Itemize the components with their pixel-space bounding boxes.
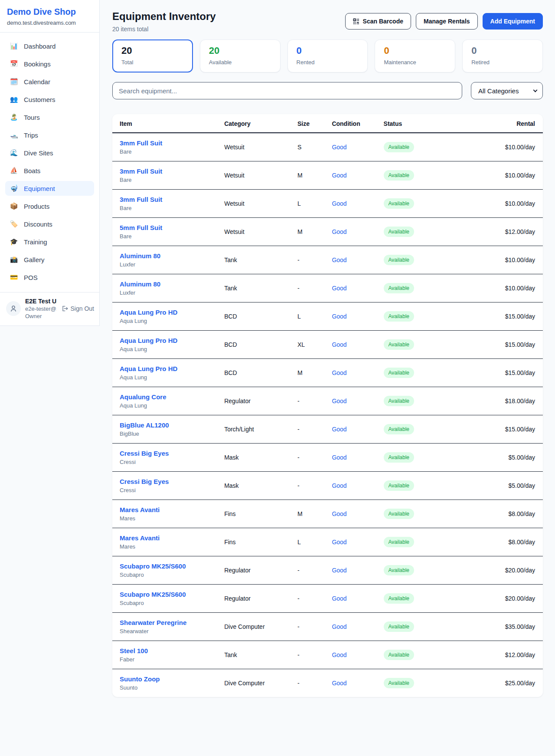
cell-category: Regulator bbox=[224, 387, 297, 415]
condition-link[interactable]: Good bbox=[332, 228, 346, 235]
condition-link[interactable]: Good bbox=[332, 595, 346, 602]
condition-link[interactable]: Good bbox=[332, 623, 346, 630]
item-name-link[interactable]: 5mm Full Suit bbox=[120, 224, 224, 231]
cell-status: Available bbox=[384, 302, 470, 331]
cell-item: Cressi Big EyesCressi bbox=[112, 444, 224, 472]
category-select-wrap: All Categories bbox=[471, 82, 543, 99]
condition-link[interactable]: Good bbox=[332, 285, 346, 292]
cell-rental: $10.00/day bbox=[470, 133, 543, 161]
sidebar-item-calendar[interactable]: 🗓️Calendar bbox=[5, 74, 94, 89]
sidebar-item-products[interactable]: 📦Products bbox=[5, 199, 94, 214]
stat-label-available: Available bbox=[209, 59, 271, 66]
condition-link[interactable]: Good bbox=[332, 341, 346, 348]
cell-status: Available bbox=[384, 218, 470, 246]
sidebar: Demo Dive Shop demo.test.divestreams.com… bbox=[0, 0, 100, 326]
manage-rentals-button[interactable]: Manage Rentals bbox=[416, 13, 478, 30]
cell-status: Available bbox=[384, 641, 470, 669]
condition-link[interactable]: Good bbox=[332, 567, 346, 574]
condition-link[interactable]: Good bbox=[332, 313, 346, 320]
item-name-link[interactable]: Cressi Big Eyes bbox=[120, 478, 224, 485]
stat-label-total: Total bbox=[121, 59, 184, 66]
item-name-link[interactable]: 3mm Full Suit bbox=[120, 139, 224, 147]
condition-link[interactable]: Good bbox=[332, 482, 346, 489]
item-name-link[interactable]: Steel 100 bbox=[120, 647, 224, 654]
item-name-link[interactable]: Scubapro MK25/S600 bbox=[120, 591, 224, 598]
filters-row: All Categories bbox=[112, 82, 543, 99]
add-equipment-button[interactable]: Add Equipment bbox=[483, 13, 543, 30]
sidebar-item-dashboard[interactable]: 📊Dashboard bbox=[5, 39, 94, 53]
item-name-link[interactable]: Aqualung Core bbox=[120, 393, 224, 401]
sidebar-item-label: POS bbox=[24, 274, 38, 281]
sidebar-item-dive-sites[interactable]: 🌊Dive Sites bbox=[5, 145, 94, 160]
sidebar-item-discounts[interactable]: 🏷️Discounts bbox=[5, 217, 94, 231]
cell-rental: $25.00/day bbox=[470, 669, 543, 697]
condition-link[interactable]: Good bbox=[332, 200, 346, 207]
item-brand: Aqua Lung bbox=[120, 374, 224, 381]
item-name-link[interactable]: Aluminum 80 bbox=[120, 252, 224, 260]
status-badge: Available bbox=[384, 565, 414, 575]
table-row: Aqua Lung Pro HDAqua LungBCDLGoodAvailab… bbox=[112, 302, 543, 331]
cell-item: Shearwater PeregrineShearwater bbox=[112, 613, 224, 641]
cell-item: Aluminum 80Luxfer bbox=[112, 274, 224, 302]
sidebar-item-gallery[interactable]: 📸Gallery bbox=[5, 252, 94, 267]
stat-card-available[interactable]: 20Available bbox=[200, 39, 281, 72]
sidebar-item-equipment[interactable]: 🤿Equipment bbox=[5, 181, 94, 196]
condition-link[interactable]: Good bbox=[332, 256, 346, 263]
condition-link[interactable]: Good bbox=[332, 680, 346, 687]
category-select[interactable]: All Categories bbox=[471, 82, 543, 99]
cell-item: Cressi Big EyesCressi bbox=[112, 472, 224, 500]
condition-link[interactable]: Good bbox=[332, 144, 346, 151]
item-name-link[interactable]: Suunto Zoop bbox=[120, 675, 224, 683]
stat-card-maintenance[interactable]: 0Maintenance bbox=[375, 39, 455, 72]
sidebar-item-bookings[interactable]: 📅Bookings bbox=[5, 56, 94, 71]
condition-link[interactable]: Good bbox=[332, 369, 346, 376]
cell-item: Steel 100Faber bbox=[112, 641, 224, 669]
status-badge: Available bbox=[384, 198, 414, 209]
cell-item: Scubapro MK25/S600Scubapro bbox=[112, 585, 224, 613]
sidebar-item-pos[interactable]: 💳POS bbox=[5, 270, 94, 285]
item-name-link[interactable]: Aqua Lung Pro HD bbox=[120, 337, 224, 344]
sidebar-item-tours[interactable]: 🏝️Tours bbox=[5, 110, 94, 125]
sidebar-item-trips[interactable]: 🛥️Trips bbox=[5, 128, 94, 142]
cell-size: S bbox=[297, 133, 332, 161]
condition-link[interactable]: Good bbox=[332, 539, 346, 546]
cell-size: M bbox=[297, 218, 332, 246]
cell-category: Wetsuit bbox=[224, 190, 297, 218]
table-row: Aqua Lung Pro HDAqua LungBCDMGoodAvailab… bbox=[112, 359, 543, 387]
sign-out-button[interactable]: Sign Out bbox=[61, 305, 94, 312]
cell-status: Available bbox=[384, 444, 470, 472]
condition-link[interactable]: Good bbox=[332, 454, 346, 461]
cell-rental: $15.00/day bbox=[470, 415, 543, 444]
stat-card-total[interactable]: 20Total bbox=[112, 39, 193, 72]
item-name-link[interactable]: Scubapro MK25/S600 bbox=[120, 562, 224, 570]
scan-barcode-button[interactable]: Scan Barcode bbox=[345, 13, 411, 30]
condition-link[interactable]: Good bbox=[332, 172, 346, 179]
item-name-link[interactable]: 3mm Full Suit bbox=[120, 196, 224, 203]
item-name-link[interactable]: Mares Avanti bbox=[120, 534, 224, 542]
item-name-link[interactable]: Aluminum 80 bbox=[120, 280, 224, 288]
stat-card-rented[interactable]: 0Rented bbox=[287, 39, 368, 72]
sidebar-item-customers[interactable]: 👥Customers bbox=[5, 92, 94, 107]
item-name-link[interactable]: Aqua Lung Pro HD bbox=[120, 365, 224, 372]
stat-card-retired[interactable]: 0Retired bbox=[462, 39, 543, 72]
cell-category: Fins bbox=[224, 528, 297, 556]
condition-link[interactable]: Good bbox=[332, 426, 346, 433]
item-name-link[interactable]: BigBlue AL1200 bbox=[120, 421, 224, 429]
item-name-link[interactable]: Cressi Big Eyes bbox=[120, 450, 224, 457]
status-badge: Available bbox=[384, 593, 414, 604]
condition-link[interactable]: Good bbox=[332, 510, 346, 517]
condition-link[interactable]: Good bbox=[332, 651, 346, 658]
sidebar-item-training[interactable]: 🎓Training bbox=[5, 234, 94, 249]
item-name-link[interactable]: 3mm Full Suit bbox=[120, 168, 224, 175]
item-name-link[interactable]: Mares Avanti bbox=[120, 506, 224, 513]
item-name-link[interactable]: Shearwater Peregrine bbox=[120, 619, 224, 626]
table-header-row: Item Category Size Condition Status Rent… bbox=[112, 114, 543, 133]
cell-condition: Good bbox=[332, 641, 383, 669]
sidebar-item-label: Boats bbox=[24, 167, 40, 174]
cell-item: Scubapro MK25/S600Scubapro bbox=[112, 556, 224, 585]
condition-link[interactable]: Good bbox=[332, 398, 346, 404]
search-input[interactable] bbox=[112, 82, 462, 99]
sidebar-item-boats[interactable]: ⛵Boats bbox=[5, 163, 94, 178]
discounts-tag-icon: 🏷️ bbox=[10, 220, 18, 228]
item-name-link[interactable]: Aqua Lung Pro HD bbox=[120, 309, 224, 316]
